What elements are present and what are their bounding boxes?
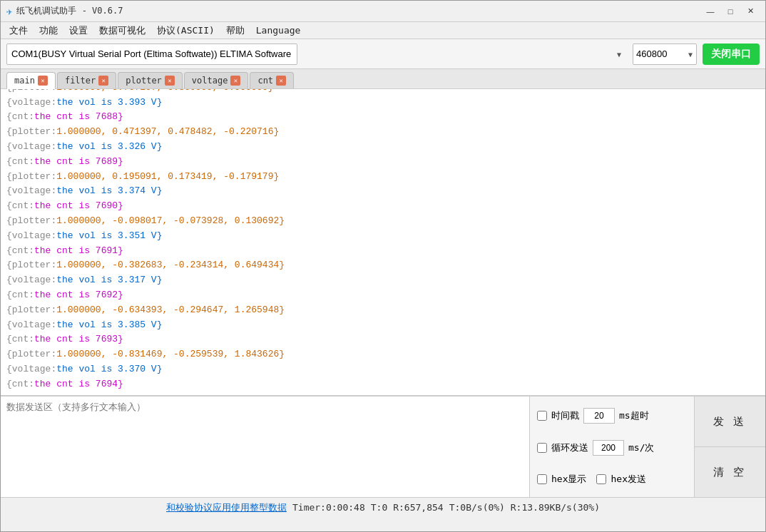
port-select[interactable]: COM1(BUSY Virtual Serial Port (Eltima So… (6, 44, 297, 65)
tab-main[interactable]: main ✕ (6, 72, 56, 89)
titlebar-left: ✈ 纸飞机调试助手 - V0.6.7 (6, 5, 123, 17)
tab-plotter[interactable]: plotter ✕ (118, 72, 183, 88)
log-entry: {plotter:1.000000, -0.382683, -0.234314,… (6, 258, 760, 273)
log-entry: {voltage:the vol is 3.317 V} (6, 273, 760, 288)
minimize-button[interactable]: — (701, 4, 720, 19)
close-button[interactable]: ✕ (741, 4, 760, 19)
log-entry: {cnt:the cnt is 7692} (6, 288, 760, 303)
r-text: R:657,854 (393, 502, 443, 513)
close-port-button[interactable]: 关闭串口 (703, 44, 760, 65)
log-content: {cnt:the cnt is 7687}{plotter:1.000000, … (6, 89, 760, 392)
hex-display-label: hex显示 (551, 473, 586, 486)
log-entry: {plotter:1.000000, -0.831469, -0.259539,… (6, 347, 760, 362)
timer-text: Timer:0:00:48 (292, 502, 365, 513)
log-entry: {voltage:the vol is 3.326 V} (6, 140, 760, 155)
tab-filter[interactable]: filter ✕ (57, 72, 116, 88)
log-entry: {cnt:the cnt is 7690} (6, 199, 760, 214)
send-buttons: 发 送 清 空 (694, 397, 765, 497)
rate-text: T:0B/s(0%) R:13.89KB/s(30%) (449, 502, 600, 513)
log-entry: {cnt:the cnt is 7693} (6, 332, 760, 347)
port-select-wrapper: COM1(BUSY Virtual Serial Port (Eltima So… (6, 44, 627, 65)
send-options: 时间戳 ms超时 循环发送 ms/次 hex显示 hex发送 (530, 397, 694, 497)
titlebar-controls: — □ ✕ (701, 4, 760, 19)
log-entry: {voltage:the vol is 3.385 V} (6, 318, 760, 333)
menubar: 文件 功能 设置 数据可视化 协议(ASCII) 帮助 Language (1, 22, 765, 39)
tab-filter-close[interactable]: ✕ (98, 76, 108, 86)
log-entry: {cnt:the cnt is 7691} (6, 244, 760, 259)
loop-checkbox[interactable] (537, 443, 547, 453)
titlebar-title: 纸飞机调试助手 - V0.6.7 (16, 5, 123, 17)
tabs: main ✕ filter ✕ plotter ✕ voltage ✕ cnt … (1, 69, 765, 89)
tab-filter-label: filter (65, 76, 96, 86)
clear-button[interactable]: 清 空 (695, 446, 765, 497)
t-text: T:0 (371, 502, 387, 513)
menu-file[interactable]: 文件 (4, 23, 34, 39)
tab-plotter-label: plotter (126, 76, 162, 86)
log-entry: {plotter:1.000000, 0.195091, 0.173419, -… (6, 170, 760, 185)
tab-cnt-label: cnt (257, 76, 273, 86)
time-checkbox[interactable] (537, 411, 547, 421)
menu-protocol[interactable]: 协议(ASCII) (151, 23, 220, 39)
log-entry: {voltage:the vol is 3.374 V} (6, 184, 760, 199)
time-unit: ms超时 (619, 409, 649, 422)
send-button[interactable]: 发 送 (695, 397, 765, 446)
log-entry: {plotter:1.000000, 0.471397, 0.478482, -… (6, 125, 760, 140)
menu-help[interactable]: 帮助 (220, 23, 250, 39)
time-input[interactable] (583, 408, 615, 424)
tab-cnt[interactable]: cnt ✕ (250, 72, 294, 88)
tab-main-label: main (14, 76, 35, 86)
time-label: 时间戳 (551, 409, 579, 422)
hex-display-checkbox[interactable] (537, 474, 547, 484)
toolbar: COM1(BUSY Virtual Serial Port (Eltima So… (1, 39, 765, 69)
log-entry: {cnt:the cnt is 7694} (6, 377, 760, 392)
tab-voltage[interactable]: voltage ✕ (184, 72, 249, 88)
menu-settings[interactable]: 设置 (63, 23, 93, 39)
tab-voltage-label: voltage (192, 76, 228, 86)
tab-cnt-close[interactable]: ✕ (276, 76, 286, 86)
tab-plotter-close[interactable]: ✕ (165, 76, 175, 86)
loop-unit: ms/次 (628, 441, 654, 454)
bottom-area: 时间戳 ms超时 循环发送 ms/次 hex显示 hex发送 发 送 清 空 (1, 396, 765, 497)
tab-main-close[interactable]: ✕ (38, 76, 48, 86)
hex-send-label: hex发送 (611, 473, 645, 486)
menu-dataviz[interactable]: 数据可视化 (93, 23, 151, 39)
maximize-button[interactable]: □ (721, 4, 740, 19)
baud-select-wrapper: 9600 19200 38400 57600 115200 230400 460… (633, 44, 697, 65)
log-entry: {voltage:the vol is 3.351 V} (6, 229, 760, 244)
loop-label: 循环发送 (551, 441, 588, 454)
menu-language[interactable]: Language (250, 24, 307, 37)
log-entry: {plotter:1.000000, -0.634393, -0.294647,… (6, 303, 760, 318)
loop-option-row: 循环发送 ms/次 (537, 440, 687, 456)
send-textarea[interactable] (1, 397, 530, 497)
log-entry: {plotter:1.000000, 0.707107, 0.800000, 0… (6, 89, 760, 96)
log-entry: {cnt:the cnt is 7689} (6, 155, 760, 170)
log-entry: {plotter:1.000000, -0.098017, -0.073928,… (6, 214, 760, 229)
loop-input[interactable] (593, 440, 624, 456)
protocol-link[interactable]: 和校验协议应用使用整型数据 (166, 501, 287, 514)
log-entry: {voltage:the vol is 3.370 V} (6, 362, 760, 377)
app-icon: ✈ (6, 6, 12, 17)
menu-function[interactable]: 功能 (34, 23, 63, 39)
log-entry: {voltage:the vol is 3.393 V} (6, 96, 760, 111)
tab-voltage-close[interactable]: ✕ (230, 76, 240, 86)
log-area[interactable]: {cnt:the cnt is 7687}{plotter:1.000000, … (1, 89, 765, 396)
statusbar: 和校验协议应用使用整型数据 Timer:0:00:48 T:0 R:657,85… (1, 497, 765, 517)
baud-select[interactable]: 9600 19200 38400 57600 115200 230400 460… (633, 44, 697, 65)
log-entry: {cnt:the cnt is 7688} (6, 110, 760, 125)
titlebar: ✈ 纸飞机调试助手 - V0.6.7 — □ ✕ (1, 1, 765, 22)
hex-send-checkbox[interactable] (596, 474, 606, 484)
hex-option-row: hex显示 hex发送 (537, 473, 687, 486)
time-option-row: 时间戳 ms超时 (537, 408, 687, 424)
